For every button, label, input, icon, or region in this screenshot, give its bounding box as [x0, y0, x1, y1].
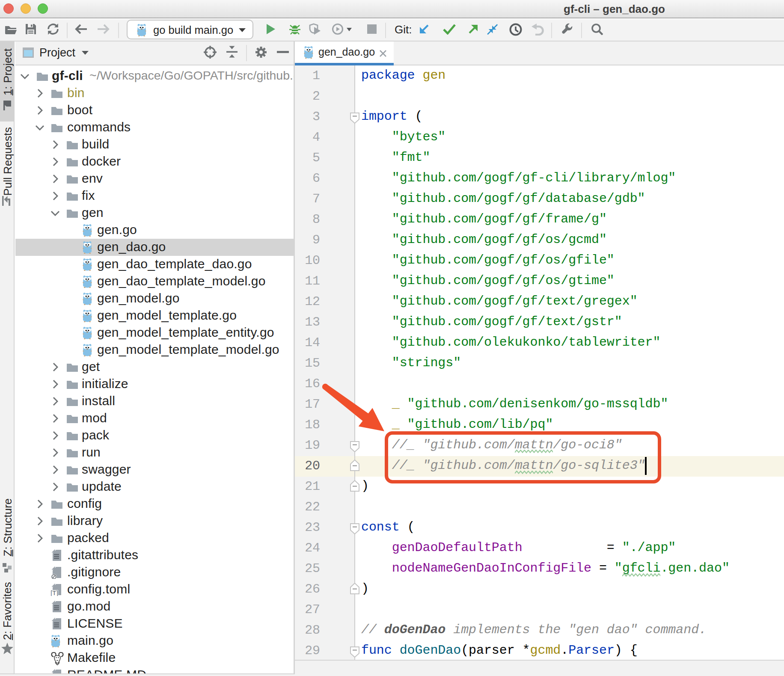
- svg-text:[T]: [T]: [51, 589, 58, 596]
